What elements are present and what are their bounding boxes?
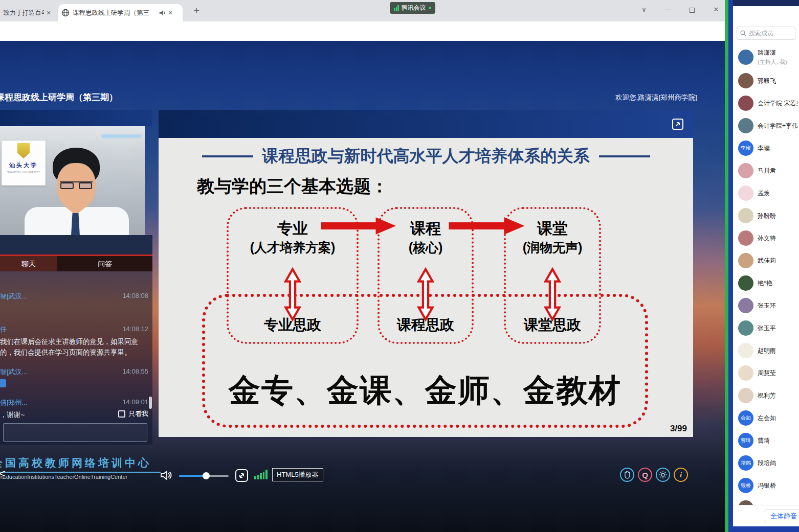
participant-row[interactable]: 孙盼盼 <box>733 204 799 227</box>
participant-avatar <box>738 253 753 268</box>
mute-all-button[interactable]: 全体静音 <box>764 509 799 523</box>
volume-fill <box>179 475 206 477</box>
participant-row[interactable]: 郭毅飞 <box>733 70 799 92</box>
participant-row[interactable] <box>733 497 799 505</box>
right-arrow-icon <box>448 216 527 236</box>
window-maximize-button[interactable] <box>684 3 700 16</box>
message-sender: 任 <box>0 325 7 334</box>
video-bottom-band <box>0 235 152 255</box>
participant-row[interactable]: 银桥 冯银桥 <box>733 474 799 497</box>
chat-message: 智[武汉... 14:08:08 <box>0 292 152 301</box>
window-close-button[interactable]: ✕ <box>708 3 724 16</box>
participant-row[interactable]: 路潇潇 (主持人, 我) <box>733 45 799 70</box>
participant-name: 孟焕 <box>758 189 770 198</box>
participant-row[interactable]: 会计学院 宋若男 <box>733 92 799 114</box>
participant-row[interactable]: 艳*艳 <box>733 272 799 294</box>
maximize-icon <box>690 8 695 13</box>
participant-name: 会计学院 宋若男 <box>758 99 797 108</box>
column-bottom-label: 专业思政 <box>229 315 357 335</box>
participant-row[interactable]: 张玉环 <box>733 294 799 317</box>
participant-avatar <box>738 96 753 111</box>
slide-subtitle: 教与学的三个基本选题： <box>197 175 388 198</box>
participant-row[interactable]: 马川君 <box>733 159 799 182</box>
info-button[interactable]: i <box>674 468 688 482</box>
participant-name: 路潇潇 <box>758 49 787 57</box>
meeting-member-panel: 搜索成员 路潇潇 (主持人, 我) 郭毅飞 会计学院 宋若男 会计学院+李伟 李… <box>733 0 799 532</box>
presenter-video[interactable]: 汕头大学 SHANTOU UNIVERSITY <box>0 126 145 235</box>
browser-tab-inactive[interactable]: 致力于打造百年 ✕ <box>0 4 58 21</box>
message-time: 14:08:55 <box>122 367 148 377</box>
participant-row[interactable]: 孟焕 <box>733 182 799 204</box>
participant-row[interactable]: 张玉平 <box>733 317 799 339</box>
qa-button[interactable]: Q <box>638 468 652 482</box>
window-dropdown-button[interactable]: ∨ <box>636 3 652 16</box>
participant-row[interactable]: 会计学院+李伟 <box>733 114 799 137</box>
tab-qa[interactable]: 问答 <box>57 256 152 271</box>
slide-fullscreen-icon[interactable] <box>672 118 684 130</box>
participant-avatar <box>738 500 753 505</box>
chat-panel: 聊天 问答 智[武汉... 14:08:08 任 14:08:12 我们在课后会… <box>0 255 152 445</box>
member-search-input[interactable]: 搜索成员 <box>737 27 795 40</box>
participant-row[interactable]: 赵明雨 <box>733 339 799 362</box>
player-fullscreen-icon[interactable] <box>235 469 249 482</box>
window-minimize-button[interactable]: — <box>660 3 676 16</box>
browser-tab-active[interactable]: 课程思政线上研学周（第三 ✕ <box>58 4 183 21</box>
participant-name: 冯银桥 <box>758 481 776 490</box>
participant-name: 张玉平 <box>758 324 776 333</box>
slide-top-bar <box>159 110 693 138</box>
tab-chat[interactable]: 聊天 <box>0 256 57 271</box>
participant-avatar <box>738 388 753 403</box>
carousel-left-icon[interactable]: < <box>0 467 6 480</box>
volume-knob[interactable] <box>203 472 210 479</box>
tab-title: 课程思政线上研学周（第三 <box>73 9 159 17</box>
participant-row[interactable]: 会如 左会如 <box>733 407 799 429</box>
participant-row[interactable]: 曹琦 曹琦 <box>733 429 799 452</box>
chat-scrollbar[interactable] <box>149 397 152 409</box>
university-sign: 汕头大学 SHANTOU UNIVERSITY <box>2 141 46 186</box>
participant-row[interactable]: 孙文特 <box>733 227 799 249</box>
message-sender: 智[武汉... <box>0 367 27 377</box>
only-me-option[interactable]: 只看我 <box>118 409 148 419</box>
participant-avatar: 银桥 <box>738 478 753 493</box>
webcast-page: 课程思政线上研学周（第三期） 欢迎您,路潇潇[郑州商学院] 汕头大学 SHANT… <box>0 41 725 532</box>
search-icon <box>740 30 746 36</box>
settings-button[interactable] <box>656 468 670 482</box>
raise-hand-button[interactable] <box>620 468 634 482</box>
participant-name: 赵明雨 <box>758 346 776 355</box>
only-me-checkbox[interactable] <box>118 410 125 418</box>
presenter-tie <box>71 213 80 235</box>
presenter-video-panel: 汕头大学 SHANTOU UNIVERSITY <box>0 110 152 255</box>
participant-row[interactable]: 祝利芳 <box>733 384 799 407</box>
participant-row[interactable]: 武佳莉 <box>733 249 799 272</box>
participant-avatar: 培鸽 <box>738 455 753 471</box>
hand-icon <box>624 471 631 479</box>
panel-top-strip <box>733 0 799 6</box>
participant-row[interactable]: 培鸽 段培鸽 <box>733 452 799 474</box>
column-sub-label: (人才培养方案) <box>229 239 357 256</box>
tab-close-icon[interactable]: ✕ <box>166 8 175 17</box>
participant-row[interactable]: 周慧莹 <box>733 362 799 384</box>
participant-name: 周慧莹 <box>758 369 776 378</box>
volume-icon[interactable] <box>160 470 173 481</box>
participant-list[interactable]: 路潇潇 (主持人, 我) 郭毅飞 会计学院 宋若男 会计学院+李伟 李璨 李璨 … <box>733 45 799 505</box>
participant-name: 孙盼盼 <box>758 212 776 220</box>
message-time: 14:09:01 <box>122 398 148 407</box>
tab-close-icon[interactable]: ✕ <box>44 8 53 17</box>
qa-icon: Q <box>642 471 648 479</box>
chat-input[interactable] <box>3 423 147 442</box>
participant-avatar <box>738 118 753 133</box>
tab-audio-icon[interactable] <box>159 9 166 16</box>
html5-player-button[interactable]: HTML5播放器 <box>272 468 323 481</box>
panel-footer: 全体静音 <box>733 505 799 526</box>
panel-bottom-strip <box>733 526 799 532</box>
chat-message-list[interactable]: 智[武汉... 14:08:08 任 14:08:12 我们在课后会征求主讲教师… <box>0 271 152 409</box>
participant-avatar: 李璨 <box>738 141 753 156</box>
tab-bar: 致力于打造百年 ✕ 课程思政线上研学周（第三 ✕ + 腾讯会议 ∨ — ✕ <box>0 0 725 21</box>
slide-page-indicator: 3/99 <box>670 424 687 434</box>
participant-row[interactable]: 李璨 李璨 <box>733 137 799 159</box>
chat-message: 智[武汉... 14:08:55 <box>0 367 152 387</box>
new-tab-button[interactable]: + <box>190 5 203 17</box>
tencent-meeting-widget[interactable]: 腾讯会议 <box>390 2 435 14</box>
volume-slider[interactable] <box>179 475 229 477</box>
participant-name: 段培鸽 <box>758 459 776 468</box>
